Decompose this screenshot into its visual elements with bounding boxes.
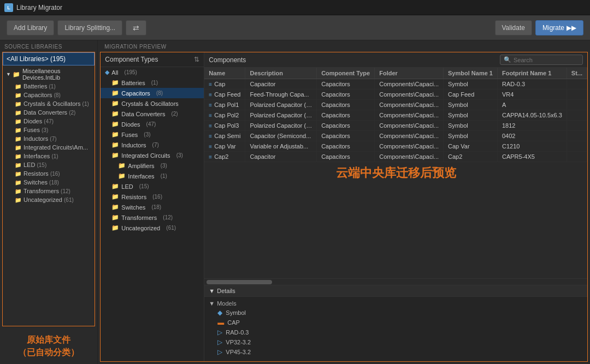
source-tree-lib-group: ▼ 📁 Miscellaneous Devices.IntLib 📁Batter…: [3, 65, 95, 205]
source-tree-item[interactable]: 📁Crystals & Oscillators (1): [3, 99, 95, 108]
models-collapse-icon[interactable]: ▼: [209, 300, 215, 307]
models-section: ▼ Models ◆Symbol▬CAP▷RAD-0.3▷VP32-3.2▷VP…: [209, 299, 583, 357]
source-tree-children: 📁Batteries (1)📁Capacitors (8)📁Crystals &…: [3, 82, 95, 204]
add-library-button[interactable]: Add Library: [7, 20, 54, 35]
source-tree-item[interactable]: 📁Diodes (47): [3, 117, 95, 126]
folder-icon: 📁: [111, 79, 119, 86]
table-row[interactable]: ≡CapCapacitorCapacitorsComponents\Capaci…: [204, 79, 587, 89]
source-tree-item[interactable]: 📁Switches (18): [3, 178, 95, 187]
table-row[interactable]: ≡Cap Pol2Polarized Capacitor (…Capacitor…: [204, 110, 587, 121]
column-header[interactable]: Name: [204, 68, 245, 79]
component-type-item[interactable]: 📁Switches (18): [101, 202, 204, 212]
details-label: Details: [217, 288, 235, 294]
component-type-item[interactable]: 📁Uncategorized (61): [101, 223, 204, 233]
folder-icon: 📁: [15, 110, 21, 116]
folder-icon: 📁: [111, 100, 119, 107]
column-header[interactable]: Folder: [375, 68, 444, 79]
component-type-item[interactable]: 📁Resistors (16): [101, 192, 204, 202]
ct-count: (61): [166, 225, 176, 231]
component-type-item[interactable]: 📁Batteries (1): [101, 77, 204, 88]
column-header[interactable]: St...: [567, 68, 587, 79]
search-input[interactable]: [514, 57, 579, 63]
table-row[interactable]: ≡Cap VarVariable or Adjustab...Capacitor…: [204, 141, 587, 152]
source-tree-item[interactable]: 📁Uncategorized (61): [3, 195, 95, 204]
source-tree-root[interactable]: <All Libraries> (195): [3, 52, 95, 65]
row-icon: ≡: [209, 81, 212, 87]
ct-count: (7): [152, 142, 159, 148]
source-tree[interactable]: <All Libraries> (195) ▼ 📁 Miscellaneous …: [2, 52, 95, 326]
row-icon: ≡: [209, 92, 212, 98]
component-type-item[interactable]: 📁Inductors (7): [101, 140, 204, 150]
all-icon: ◆: [105, 69, 109, 76]
component-type-item[interactable]: 📁LED (15): [101, 181, 204, 192]
models-section-header: ▼ Models: [209, 299, 583, 308]
ct-label: Transformers: [121, 214, 157, 221]
folder-icon: 📁: [118, 172, 126, 180]
source-tree-item[interactable]: 📁Data Converters (2): [3, 108, 95, 117]
source-tree-item[interactable]: 📁Capacitors (8): [3, 91, 95, 99]
source-tree-item[interactable]: 📁LED (15): [3, 160, 95, 169]
annotation-line2: （已自动分类）: [4, 347, 93, 359]
table-cell: [567, 89, 587, 100]
component-types-panel[interactable]: Component Types ⇅ ◆All (195)📁Batteries (…: [101, 52, 204, 361]
overlay-text: 云端中央库迁移后预览: [336, 166, 456, 180]
library-splitting-button[interactable]: Library Splitting...: [57, 20, 122, 35]
source-tree-item[interactable]: 📁Transformers (12): [3, 187, 95, 195]
table-row[interactable]: ≡Cap2CapacitorCapacitorsComponents\Capac…: [204, 152, 587, 162]
component-type-item[interactable]: 📁Transformers (12): [101, 212, 204, 223]
source-tree-item[interactable]: 📁Integrated Circuits\Am...: [3, 143, 95, 152]
component-type-item[interactable]: 📁Interfaces (1): [101, 171, 204, 181]
table-row[interactable]: ≡Cap FeedFeed-Through Capa...CapacitorsC…: [204, 89, 587, 100]
source-tree-item[interactable]: 📁Fuses (3): [3, 126, 95, 134]
components-table-wrap[interactable]: NameDescriptionComponent TypeFolderSymbo…: [204, 68, 587, 278]
component-type-item[interactable]: 📁Data Converters (2): [101, 109, 204, 119]
tree-item-label: Switches: [23, 179, 48, 186]
table-row[interactable]: ≡Cap Pol3Polarized Capacitor (…Capacitor…: [204, 121, 587, 131]
sync-button[interactable]: ⇄: [126, 20, 146, 35]
component-type-item[interactable]: 📁Fuses (3): [101, 129, 204, 140]
column-header[interactable]: Footprint Name 1: [497, 68, 567, 79]
row-icon: ≡: [209, 102, 212, 108]
table-row[interactable]: ≡Cap Pol1Polarized Capacitor (…Capacitor…: [204, 100, 587, 110]
horizontal-scrollbar[interactable]: [204, 278, 587, 285]
table-cell: Capacitors: [317, 131, 375, 141]
column-header[interactable]: Description: [245, 68, 317, 79]
sync-icon: ⇄: [133, 23, 139, 32]
ct-count: (3): [161, 163, 167, 169]
table-cell: 1812: [497, 121, 567, 131]
table-cell: Cap Var: [444, 141, 498, 152]
ct-label: Switches: [121, 204, 145, 211]
column-header[interactable]: Symbol Name 1: [444, 68, 498, 79]
search-box[interactable]: 🔍: [500, 55, 583, 65]
source-tree-item[interactable]: 📁Inductors (7): [3, 134, 95, 143]
validate-button[interactable]: Validate: [495, 20, 532, 35]
component-types-header: Component Types ⇅: [101, 52, 204, 67]
component-type-item[interactable]: 📁Crystals & Oscillators: [101, 98, 204, 109]
component-type-item[interactable]: ◆All (195): [101, 67, 204, 77]
source-tree-lib-parent[interactable]: ▼ 📁 Miscellaneous Devices.IntLib: [3, 67, 95, 82]
folder-icon: 📁: [111, 204, 119, 211]
table-row[interactable]: ≡Cap SemiCapacitor (Semicond...Capacitor…: [204, 131, 587, 141]
sort-icon[interactable]: ⇅: [194, 56, 199, 63]
tree-item-label: Crystals & Oscillators: [23, 100, 81, 107]
migrate-button[interactable]: Migrate ▶▶: [535, 20, 583, 35]
table-cell: RAD-0.3: [497, 79, 567, 89]
component-type-item[interactable]: 📁Diodes (47): [101, 119, 204, 129]
collapse-icon[interactable]: ▼: [209, 288, 215, 294]
row-icon: ≡: [209, 144, 212, 150]
component-type-item[interactable]: 📁Capacitors (8): [101, 88, 204, 98]
source-tree-item[interactable]: 📁Resistors (16): [3, 169, 95, 178]
tree-item-label: Diodes: [23, 118, 42, 124]
source-tree-item[interactable]: 📁Batteries (1): [3, 82, 95, 91]
components-area: Components 🔍 NameDescriptionComponent Ty…: [204, 52, 587, 361]
component-type-item[interactable]: 📁Integrated Circuits (3): [101, 150, 204, 160]
column-header[interactable]: Component Type: [317, 68, 375, 79]
tree-item-count: (1): [49, 83, 55, 89]
table-cell: Symbol: [444, 79, 498, 89]
table-cell: [567, 110, 587, 121]
ct-count: (12): [163, 214, 173, 220]
components-table-header: NameDescriptionComponent TypeFolderSymbo…: [204, 68, 587, 79]
source-tree-item[interactable]: 📁Interfaces (1): [3, 152, 95, 160]
component-type-item[interactable]: 📁Amplifiers (3): [101, 160, 204, 171]
scroll-thumb[interactable]: [206, 280, 272, 284]
